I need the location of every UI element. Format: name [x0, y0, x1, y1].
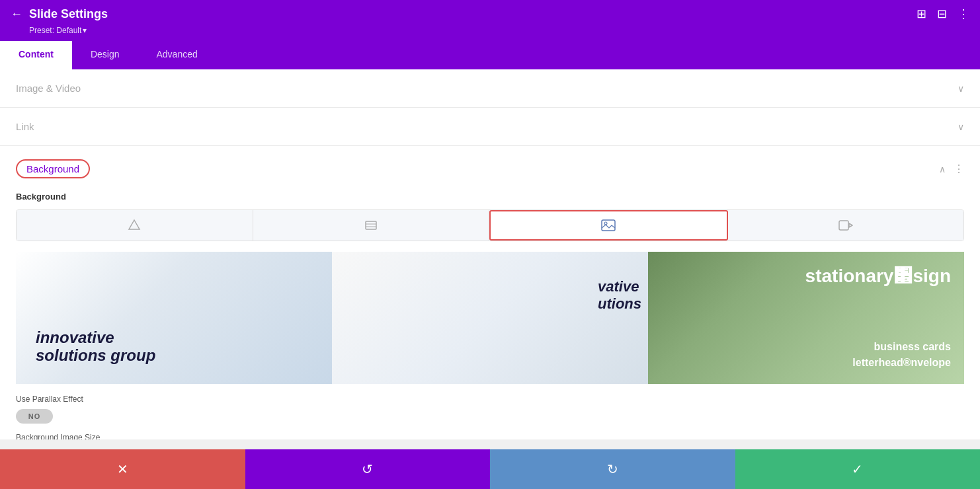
link-section: Link ∨: [0, 108, 980, 146]
image-video-label: Image & Video: [16, 83, 81, 94]
back-button[interactable]: ←: [11, 7, 22, 21]
tab-content[interactable]: Content: [0, 41, 72, 69]
svg-marker-7: [849, 223, 852, 227]
svg-marker-0: [129, 220, 140, 229]
background-more-icon[interactable]: ⋮: [954, 163, 964, 175]
cancel-icon: ✕: [117, 461, 128, 477]
image-video-chevron-icon: ∨: [958, 83, 964, 94]
main-content: Image & Video ∨ Link ∨ Background ∧ ⋮ Ba…: [0, 69, 980, 439]
grid-icon[interactable]: ⊞: [917, 7, 926, 21]
svg-rect-4: [602, 220, 615, 231]
background-sub-label: Background: [16, 192, 964, 202]
background-image-preview: [16, 252, 964, 384]
svg-rect-1: [366, 221, 376, 229]
image-video-header[interactable]: Image & Video ∨: [0, 69, 980, 107]
save-button[interactable]: ✓: [735, 449, 981, 489]
background-chevron-icon: ∧: [939, 164, 946, 174]
background-section: Background ∧ ⋮ Background: [0, 146, 980, 439]
slide-image-2[interactable]: [332, 252, 648, 384]
save-icon: ✓: [852, 461, 863, 477]
undo-icon: ↺: [362, 461, 373, 477]
bg-type-tabs: [16, 209, 964, 241]
preset-row: Preset: Default▾: [0, 24, 980, 41]
bg-type-color[interactable]: [17, 210, 253, 241]
bottom-bar: ✕ ↺ ↻ ✓: [0, 449, 980, 489]
bg-image-size-label: Background Image Size: [16, 433, 964, 439]
link-chevron-icon: ∨: [958, 122, 964, 132]
background-header[interactable]: Background ∧ ⋮: [0, 146, 980, 192]
redo-icon: ↻: [607, 461, 618, 477]
cancel-button[interactable]: ✕: [0, 449, 245, 489]
image-video-icons: ∨: [958, 83, 964, 94]
bg-type-gradient[interactable]: [253, 210, 490, 241]
redo-button[interactable]: ↻: [490, 449, 735, 489]
parallax-label: Use Parallax Effect: [16, 395, 964, 404]
link-label: Link: [16, 121, 34, 132]
color-icon: [128, 219, 141, 232]
gradient-icon: [364, 219, 378, 232]
header-top: ← Slide Settings ⊞ ⊟ ⋮: [0, 0, 980, 24]
background-header-right: ∧ ⋮: [939, 163, 964, 175]
image-video-section: Image & Video ∨: [0, 69, 980, 108]
page-title: Slide Settings: [29, 7, 108, 21]
bg-type-image[interactable]: [489, 210, 728, 241]
header: ← Slide Settings ⊞ ⊟ ⋮ Preset: Default▾: [0, 0, 980, 41]
tabs-bar: Content Design Advanced: [0, 41, 980, 69]
preset-dropdown[interactable]: Preset: Default▾: [28, 26, 87, 35]
tab-advanced[interactable]: Advanced: [138, 41, 216, 69]
slide-image-3[interactable]: [648, 252, 964, 384]
background-label: Background: [16, 159, 90, 178]
slide-image-1[interactable]: [16, 252, 332, 384]
parallax-row: Use Parallax Effect NO: [16, 395, 964, 424]
more-icon[interactable]: ⋮: [958, 7, 969, 21]
undo-button[interactable]: ↺: [245, 449, 491, 489]
parallax-toggle[interactable]: NO: [16, 409, 53, 424]
link-icons: ∨: [958, 122, 964, 132]
bg-type-video[interactable]: [728, 210, 964, 241]
tab-design[interactable]: Design: [72, 41, 138, 69]
header-title-row: ← Slide Settings: [11, 7, 108, 21]
video-icon: [838, 219, 853, 231]
header-icons: ⊞ ⊟ ⋮: [917, 7, 969, 21]
image-icon: [601, 219, 616, 231]
link-header[interactable]: Link ∨: [0, 108, 980, 145]
background-content: Background: [0, 192, 980, 439]
layout-icon[interactable]: ⊟: [937, 7, 947, 21]
svg-rect-6: [839, 221, 848, 230]
